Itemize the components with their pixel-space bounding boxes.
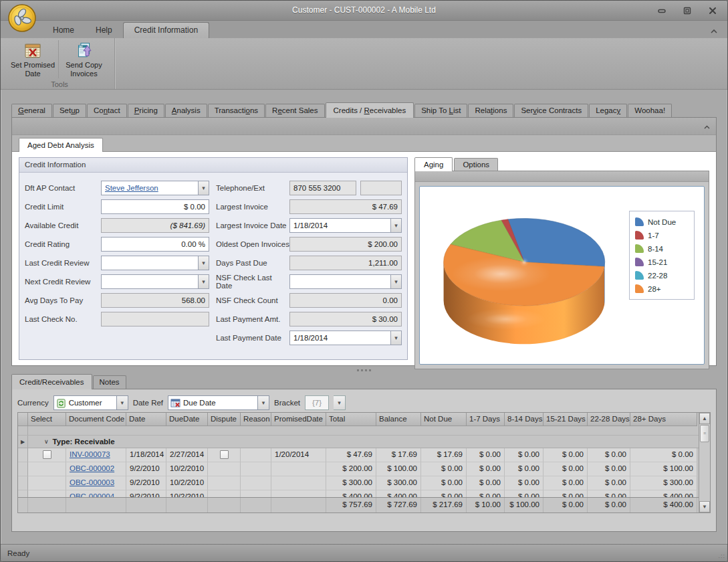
tab-ship-to-list[interactable]: Ship To List	[414, 104, 467, 117]
total-28+-days: $ 400.00	[630, 498, 697, 512]
dropdown-icon[interactable]: ▾	[198, 274, 209, 289]
tab-pricing[interactable]: Pricing	[128, 104, 164, 117]
ribbon-tab-help[interactable]: Help	[85, 23, 123, 38]
cell-date: 9/2/2010	[126, 490, 166, 497]
last-check-no--label: Last Check No.	[25, 315, 101, 323]
grid-group-row[interactable]: ▶∨Type: Receivable	[18, 436, 699, 448]
column-header-28+-days[interactable]: 28+ Days	[630, 413, 697, 426]
tab-options[interactable]: Options	[454, 158, 498, 171]
scroll-up-icon[interactable]: ▲	[699, 413, 710, 424]
dropdown-icon[interactable]: ▾	[390, 331, 402, 345]
document-link[interactable]: OBC-000002	[70, 464, 114, 472]
document-link[interactable]: OBC-000004	[70, 492, 114, 497]
tab-legacy[interactable]: Legacy	[589, 104, 627, 117]
telephone-ext-field[interactable]: 870 555 3200	[289, 181, 356, 195]
resize-grip[interactable]: .::	[718, 553, 725, 559]
total-promiseddate	[271, 498, 326, 512]
tab-transactions[interactable]: Transactions	[208, 104, 265, 117]
panel-collapse-icon[interactable]	[703, 120, 711, 132]
tab-notes[interactable]: Notes	[93, 375, 126, 389]
telephone-ext-ext-field[interactable]	[360, 181, 402, 195]
scroll-down-icon[interactable]: ▼	[699, 501, 710, 512]
checkbox[interactable]	[220, 450, 229, 459]
last-payment-date-combo[interactable]: 1/18/2014▾	[289, 331, 402, 345]
column-header-total[interactable]: Total	[326, 413, 376, 426]
grid-vertical-scrollbar[interactable]: ▲ ≡ ▼	[699, 413, 710, 512]
column-header-1-7-days[interactable]: 1-7 Days	[467, 413, 505, 426]
tab-analysis[interactable]: Analysis	[165, 104, 207, 117]
column-header-select[interactable]: Select	[28, 413, 66, 426]
currency-dropdown-icon[interactable]: ▾	[116, 396, 128, 409]
column-header-8-14-days[interactable]: 8-14 Days	[505, 413, 543, 426]
currency-icon	[56, 398, 66, 408]
nsf-check-last-date-field[interactable]	[289, 274, 390, 289]
credit-limit-label: Credit Limit	[25, 203, 101, 211]
tab-woohaa-[interactable]: Woohaa!	[628, 104, 672, 117]
cell-promiseddate	[271, 462, 326, 476]
checkbox[interactable]	[43, 450, 51, 459]
scroll-track[interactable]	[699, 443, 710, 501]
column-header-dispute[interactable]: Dispute	[208, 413, 241, 426]
dropdown-icon[interactable]: ▾	[390, 218, 402, 233]
tab-contact[interactable]: Contact	[87, 104, 127, 117]
last-credit-review-combo[interactable]: ▾	[101, 256, 209, 270]
column-header-not-due[interactable]: Not Due	[421, 413, 467, 426]
last-payment-date-field[interactable]: 1/18/2014	[289, 331, 390, 345]
column-header-promiseddate[interactable]: PromisedDate	[271, 413, 326, 426]
date-ref-dropdown-icon[interactable]: ▾	[257, 396, 269, 409]
dft-ap-contact-field[interactable]: Steve Jefferson	[101, 181, 198, 195]
tab-service-contracts[interactable]: Service Contracts	[514, 104, 588, 117]
currency-combo[interactable]: Customer ▾	[53, 395, 128, 410]
dropdown-icon[interactable]: ▾	[198, 256, 209, 270]
dft-ap-contact-combo[interactable]: Steve Jefferson▾	[101, 181, 209, 195]
minimize-button[interactable]	[656, 5, 667, 16]
credit-limit-field[interactable]: $ 0.00	[101, 199, 209, 214]
column-header-date[interactable]: Date	[126, 413, 166, 426]
date-ref-combo[interactable]: Due Date ▾	[168, 395, 269, 410]
cell-8-14-days: $ 0.00	[505, 490, 543, 497]
row-indicator-cell	[18, 490, 28, 497]
tab-recent-sales[interactable]: Recent Sales	[265, 104, 324, 117]
cell-promiseddate	[271, 476, 326, 490]
scroll-thumb[interactable]: ≡	[700, 425, 709, 442]
largest-invoice-date-field[interactable]: 1/18/2014	[289, 218, 390, 233]
next-credit-review-field[interactable]	[101, 274, 198, 289]
dropdown-icon[interactable]: ▾	[390, 274, 402, 289]
restore-button[interactable]	[682, 5, 693, 16]
column-header-duedate[interactable]: DueDate	[166, 413, 208, 426]
cell-balance: $ 400.00	[376, 490, 421, 497]
document-link[interactable]: OBC-000003	[70, 478, 114, 486]
ribbon-tab-credit-information[interactable]: Credit Information	[123, 22, 209, 38]
tab-credit-receivables[interactable]: Credit/Receivables	[11, 374, 92, 389]
next-credit-review-combo[interactable]: ▾	[101, 274, 209, 289]
totals-indicator-cell	[18, 498, 28, 512]
legend-label: 1-7	[648, 231, 659, 240]
app-logo-icon[interactable]	[7, 3, 37, 35]
tab-relations[interactable]: Relations	[468, 104, 513, 117]
column-header-22-28-days[interactable]: 22-28 Days	[588, 413, 630, 426]
ribbon-collapse-icon[interactable]	[710, 25, 718, 37]
dropdown-icon[interactable]: ▾	[198, 181, 209, 195]
group-expand-icon[interactable]: ∨	[44, 438, 49, 445]
nsf-check-last-date-combo[interactable]: ▾	[289, 274, 402, 289]
column-header-reason[interactable]: Reason	[241, 413, 271, 426]
column-header-15-21-days[interactable]: 15-21 Days	[543, 413, 588, 426]
tab-aging[interactable]: Aging	[414, 157, 453, 171]
tab-general[interactable]: General	[11, 104, 52, 117]
column-header-balance[interactable]: Balance	[376, 413, 421, 426]
column-header-document-code[interactable]: Document Code	[66, 413, 126, 426]
send-copy-invoices-button[interactable]: INV Send Copy Invoices	[58, 40, 109, 78]
set-promised-date-button[interactable]: Set Promised Date	[7, 40, 58, 78]
largest-invoice-date-combo[interactable]: 1/18/2014▾	[289, 218, 402, 233]
ribbon-tab-home[interactable]: Home	[42, 23, 85, 38]
bracket-dropdown-icon[interactable]: ▾	[334, 395, 346, 410]
close-button[interactable]	[707, 5, 718, 16]
document-link[interactable]: INV-000073	[70, 450, 110, 458]
tab-aged-debt-analysis[interactable]: Aged Debt Analysis	[19, 138, 103, 152]
last-credit-review-field[interactable]	[101, 256, 198, 270]
tab-setup[interactable]: Setup	[53, 104, 86, 117]
dft-ap-contact-link[interactable]: Steve Jefferson	[105, 184, 158, 192]
last-check-no--field	[101, 312, 209, 326]
tab-credits-receivables[interactable]: Credits / Receivables	[326, 102, 414, 118]
credit-rating-field[interactable]: 0.00 %	[101, 237, 209, 252]
